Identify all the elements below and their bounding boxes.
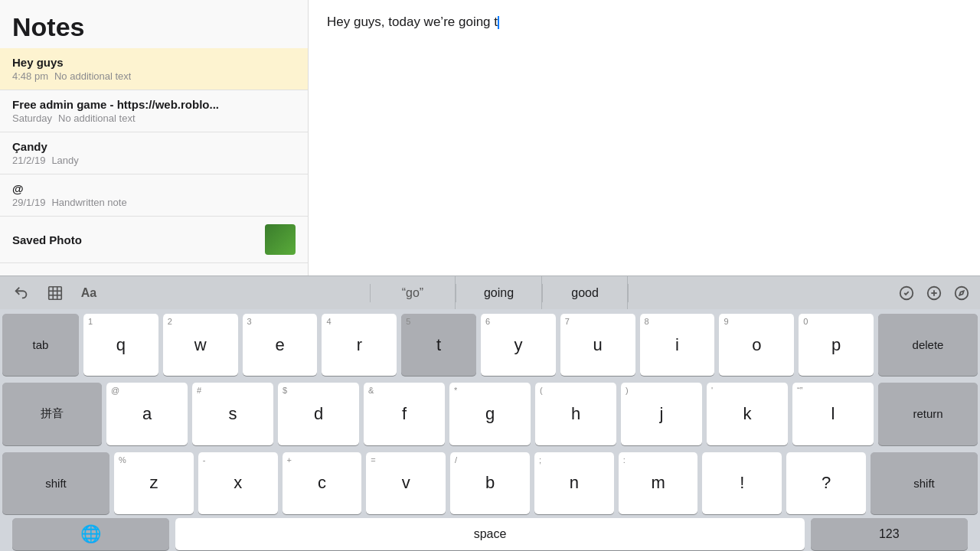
key-n[interactable]: ;n xyxy=(534,452,614,514)
key-p[interactable]: 0p xyxy=(799,314,874,376)
key-q[interactable]: 1q xyxy=(83,314,158,376)
key-g[interactable]: *g xyxy=(449,383,531,445)
key-sublabel-s: # xyxy=(197,386,201,395)
keyboard-toolbar: Aa “go” going good xyxy=(0,276,980,309)
key-label-z: z xyxy=(149,474,158,491)
note-date-at: 29/1/19 xyxy=(12,197,45,208)
key-label-t: t xyxy=(436,337,441,354)
key-label-b: b xyxy=(485,474,495,491)
key-j[interactable]: )j xyxy=(621,383,702,445)
key-label-k: k xyxy=(743,406,752,422)
key-z[interactable]: %z xyxy=(114,452,194,514)
key-label-tab: tab xyxy=(33,338,49,351)
svg-point-9 xyxy=(956,286,969,299)
key-shift[interactable]: shift xyxy=(2,452,109,514)
key-shift[interactable]: shift xyxy=(871,452,978,514)
key-b[interactable]: /b xyxy=(450,452,530,514)
note-item-saved-photo[interactable]: Saved Photo xyxy=(0,217,308,263)
key-label-m: m xyxy=(651,474,665,491)
key-w[interactable]: 2w xyxy=(163,314,238,376)
key-f[interactable]: &f xyxy=(364,383,445,445)
key-label-shift: shift xyxy=(45,477,67,490)
key-k[interactable]: 'k xyxy=(707,383,788,445)
key-label-!: ! xyxy=(740,474,744,491)
key-label-s: s xyxy=(229,406,237,422)
note-item-at[interactable]: @29/1/19Handwritten note xyxy=(0,174,308,217)
key-sublabel-g: * xyxy=(454,386,457,395)
key-sublabel-v: = xyxy=(371,455,375,465)
key-delete[interactable]: delete xyxy=(878,314,978,376)
add-icon[interactable] xyxy=(922,281,946,305)
key-label-f: f xyxy=(402,406,407,422)
key-label-n: n xyxy=(570,474,579,491)
key-拼音[interactable]: 拼音 xyxy=(2,383,102,445)
key-sublabel-x: - xyxy=(203,455,206,465)
keyboard-bottom-bar: 🌐 space 123 xyxy=(0,517,980,551)
key-sublabel-k: ' xyxy=(711,386,713,395)
key-label-delete: delete xyxy=(913,338,944,351)
note-title-hey-guys: Hey guys xyxy=(12,56,296,69)
main-content[interactable]: Hey guys, today we’re going t xyxy=(309,0,980,276)
note-item-free-admin[interactable]: Free admin game - https://web.roblo...Sa… xyxy=(0,90,308,132)
key-c[interactable]: +c xyxy=(283,452,362,514)
sidebar: Notes Hey guys4:48 pmNo additional textF… xyxy=(0,0,309,276)
key-x[interactable]: -x xyxy=(198,452,278,514)
key-sublabel-f: & xyxy=(368,386,374,395)
key-sublabel-l: “” xyxy=(797,386,802,395)
key-label-?: ? xyxy=(822,474,831,491)
keyboard-row-3: shift%z-x+c=v/b;n:m!?shift xyxy=(2,452,978,514)
key-label-e: e xyxy=(275,337,284,354)
key-label-w: w xyxy=(194,337,207,354)
note-date-free-admin: Saturday xyxy=(12,112,52,124)
space-key[interactable]: space xyxy=(175,518,804,550)
key-label-v: v xyxy=(402,474,410,491)
note-item-candy[interactable]: Çandy21/2/19Landy xyxy=(0,132,308,174)
key-d[interactable]: $d xyxy=(278,383,359,445)
autocomplete-going[interactable]: going xyxy=(456,276,542,309)
key-l[interactable]: “”l xyxy=(792,383,874,445)
key-sublabel-u: 7 xyxy=(565,317,570,326)
key-r[interactable]: 4r xyxy=(322,314,397,376)
keyboard-rows: tab1q2w3e4r5t6y7u8i9o0pdelete拼音@a#s$d&f*… xyxy=(0,309,980,517)
key-sublabel-q: 1 xyxy=(88,317,93,326)
key-sublabel-m: : xyxy=(623,455,626,465)
format-icon[interactable]: Aa xyxy=(74,279,104,307)
key-h[interactable]: (h xyxy=(535,383,616,445)
checkmark-icon[interactable] xyxy=(894,281,919,305)
key-question[interactable]: ? xyxy=(786,452,866,514)
text-cursor xyxy=(498,16,499,29)
key-t[interactable]: 5t xyxy=(401,314,476,376)
key-m[interactable]: :m xyxy=(619,452,698,514)
autocomplete-good[interactable]: good xyxy=(543,276,629,309)
autocomplete-go[interactable]: “go” xyxy=(371,276,456,309)
pencil-icon[interactable] xyxy=(949,281,974,305)
num-key[interactable]: 123 xyxy=(811,518,968,550)
key-u[interactable]: 7u xyxy=(560,314,635,376)
key-s[interactable]: #s xyxy=(192,383,273,445)
note-date-candy: 21/2/19 xyxy=(12,155,45,166)
key-exclaim[interactable]: ! xyxy=(702,452,782,514)
key-e[interactable]: 3e xyxy=(243,314,318,376)
key-y[interactable]: 6y xyxy=(481,314,556,376)
emoji-key[interactable]: 🌐 xyxy=(12,518,169,550)
key-v[interactable]: =v xyxy=(366,452,446,514)
key-sublabel-c: + xyxy=(287,455,292,465)
keyboard-row-1: tab1q2w3e4r5t6y7u8i9o0pdelete xyxy=(2,314,978,376)
note-item-hey-guys[interactable]: Hey guys4:48 pmNo additional text xyxy=(0,48,308,90)
note-title-saved-photo: Saved Photo xyxy=(12,233,265,246)
key-sublabel-r: 4 xyxy=(326,317,331,326)
svg-rect-0 xyxy=(49,286,62,299)
key-o[interactable]: 9o xyxy=(719,314,794,376)
table-icon[interactable] xyxy=(40,279,70,307)
key-label-d: d xyxy=(314,406,323,422)
undo-icon[interactable] xyxy=(6,279,37,307)
key-a[interactable]: @a xyxy=(106,383,188,445)
key-return[interactable]: return xyxy=(878,383,978,445)
note-preview-candy: Landy xyxy=(51,155,78,166)
key-label-x: x xyxy=(234,474,242,491)
notes-list: Hey guys4:48 pmNo additional textFree ad… xyxy=(0,48,308,276)
key-sublabel-z: % xyxy=(119,455,126,465)
key-i[interactable]: 8i xyxy=(640,314,715,376)
note-title-candy: Çandy xyxy=(12,140,296,153)
key-tab[interactable]: tab xyxy=(2,314,79,376)
